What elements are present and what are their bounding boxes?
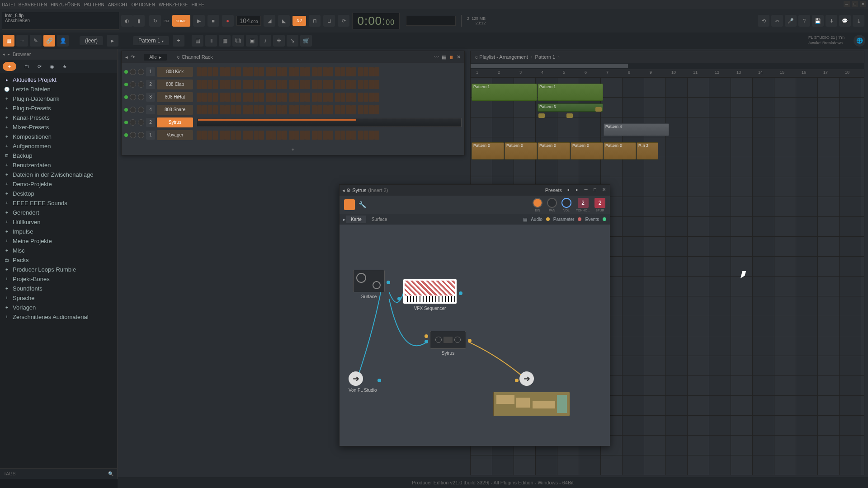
step[interactable] <box>248 93 253 102</box>
track-display[interactable]: 2 <box>594 198 605 208</box>
step[interactable] <box>248 105 253 114</box>
rec-audio-icon[interactable]: 🎤 <box>785 15 797 27</box>
step[interactable] <box>289 80 294 89</box>
main-menu-icon[interactable]: ◐ <box>121 15 133 27</box>
snap-button[interactable]: 3:2 <box>292 16 306 26</box>
step[interactable] <box>277 105 282 114</box>
step[interactable] <box>248 67 253 76</box>
step[interactable] <box>305 131 310 140</box>
playlist-clip[interactable]: Pattern 2 <box>472 142 504 160</box>
browser-add-button[interactable]: + <box>3 62 16 71</box>
step[interactable] <box>248 80 253 89</box>
channel-piano-preview[interactable] <box>197 118 462 127</box>
step[interactable] <box>369 131 374 140</box>
step[interactable] <box>282 80 287 89</box>
playlist-clip[interactable]: Pattern 1 <box>472 84 537 101</box>
step[interactable] <box>374 80 379 89</box>
menu-bearbeiten[interactable]: BEARBEITEN <box>19 2 47 7</box>
playlist-clip[interactable]: Pattern 2 <box>538 142 570 160</box>
channel-vol-knob[interactable] <box>138 81 144 88</box>
step[interactable] <box>243 93 248 102</box>
browser-search-icon[interactable]: 🔍 <box>108 471 113 476</box>
step[interactable] <box>323 105 328 114</box>
step[interactable] <box>220 80 225 89</box>
port-in[interactable] <box>425 340 428 343</box>
step[interactable] <box>369 80 374 89</box>
shop-icon[interactable]: 🛒 <box>300 35 312 47</box>
step[interactable] <box>259 131 264 140</box>
step[interactable] <box>369 105 374 114</box>
step[interactable] <box>202 93 207 102</box>
step[interactable] <box>351 67 356 76</box>
audio-label[interactable]: Audio <box>531 217 542 222</box>
port-in[interactable] <box>515 379 519 382</box>
step[interactable] <box>335 131 340 140</box>
view-channel-icon[interactable]: ▥ <box>219 35 231 47</box>
step[interactable] <box>351 131 356 140</box>
browser-item[interactable]: +Dateien in der Zwischenablage <box>0 170 117 179</box>
step[interactable] <box>208 93 212 102</box>
channel-name-button[interactable]: 808 Clap <box>157 80 193 89</box>
channel-vol-knob[interactable] <box>138 132 144 138</box>
browser-item[interactable]: 🕘Letzte Dateien <box>0 84 117 94</box>
port-out[interactable] <box>387 281 390 284</box>
step[interactable] <box>340 93 345 102</box>
step[interactable] <box>208 131 212 140</box>
plugin-min-icon[interactable]: ─ <box>583 187 589 193</box>
step[interactable] <box>259 105 264 114</box>
step[interactable] <box>259 67 264 76</box>
channel-name-button[interactable]: Voyager <box>157 130 193 140</box>
step[interactable] <box>323 67 328 76</box>
step[interactable] <box>300 67 305 76</box>
step[interactable] <box>369 93 374 102</box>
step[interactable] <box>317 67 322 76</box>
events-label[interactable]: Events <box>585 217 599 222</box>
to-fl-studio-node[interactable]: ➜ <box>519 371 534 386</box>
step[interactable] <box>328 105 333 114</box>
step[interactable] <box>202 80 207 89</box>
globe-icon[interactable]: 🌐 <box>854 35 865 47</box>
step-sequencer[interactable] <box>197 93 381 102</box>
step[interactable] <box>254 105 259 114</box>
channel-led[interactable] <box>124 83 128 86</box>
playlist-pattern-crumb[interactable]: Pattern 1 <box>535 54 556 60</box>
step[interactable] <box>213 93 218 102</box>
sync-icon[interactable]: ↻ <box>149 15 161 27</box>
presets-label[interactable]: Presets <box>545 188 562 193</box>
step[interactable] <box>335 93 340 102</box>
browser-item[interactable]: +Plugin-Datenbank <box>0 94 117 103</box>
next-icon[interactable]: ▸ <box>107 35 118 47</box>
sytrus-node[interactable]: Sytrus <box>430 331 466 356</box>
step[interactable] <box>231 93 236 102</box>
menu-pattern[interactable]: PATTERN <box>84 2 104 7</box>
browser-item[interactable]: +Hüllkurven <box>0 217 117 227</box>
browser-item[interactable]: +Aufgenommen <box>0 141 117 151</box>
view-playlist-icon[interactable]: ▤ <box>192 35 203 47</box>
vfx-sequencer-node[interactable]: VFX Sequencer <box>403 279 457 311</box>
download-icon[interactable]: ⤓ <box>853 15 864 27</box>
step[interactable] <box>266 80 271 89</box>
step[interactable] <box>266 105 271 114</box>
step[interactable] <box>312 131 317 140</box>
step[interactable] <box>363 93 368 102</box>
playlist-clip[interactable]: Pattern 3 <box>538 103 603 112</box>
playlist-ruler[interactable]: 123456789101112131415161718 <box>471 69 864 77</box>
browser-item[interactable]: +Mixer-Presets <box>0 122 117 132</box>
browser-refresh-icon[interactable]: ⟳ <box>38 64 42 70</box>
step[interactable] <box>312 93 317 102</box>
step[interactable] <box>271 80 276 89</box>
playlist-minimap[interactable] <box>471 63 864 69</box>
step[interactable] <box>254 93 259 102</box>
channel-led[interactable] <box>124 108 128 112</box>
preset-prev-icon[interactable]: ◂ <box>565 187 571 193</box>
brush-icon[interactable]: ✎ <box>30 35 42 47</box>
redo-icon[interactable]: ↷ <box>131 54 135 60</box>
step[interactable] <box>335 67 340 76</box>
step[interactable] <box>220 131 225 140</box>
plugin-max-icon[interactable]: □ <box>592 187 598 193</box>
step[interactable] <box>266 131 271 140</box>
browser-item[interactable]: 🗎Backup <box>0 151 117 160</box>
step[interactable] <box>220 105 225 114</box>
chevron-right-icon[interactable]: ▸ <box>8 52 10 56</box>
step-sequencer[interactable] <box>197 67 381 76</box>
